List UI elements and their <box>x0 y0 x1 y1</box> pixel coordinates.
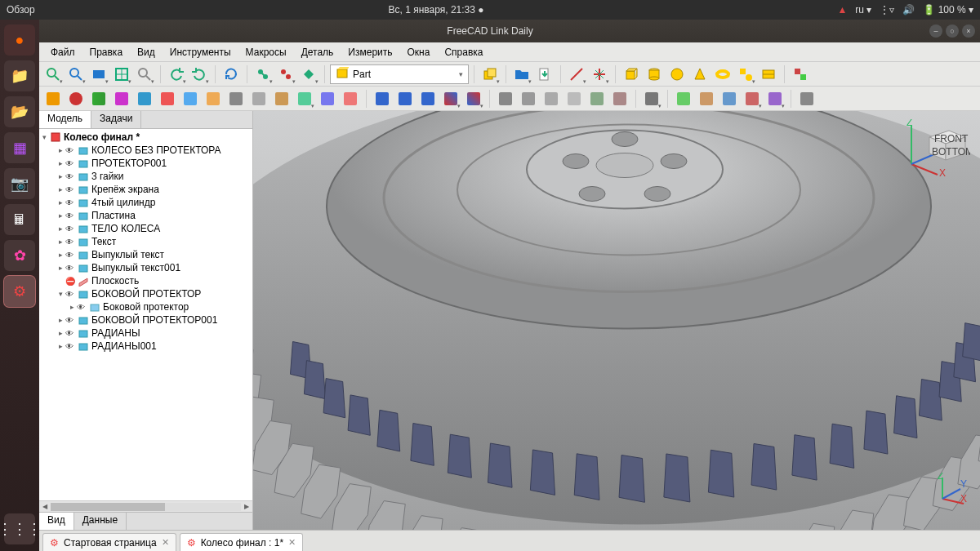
refresh-icon[interactable] <box>220 64 242 85</box>
sphere-icon[interactable] <box>666 64 688 85</box>
close-icon[interactable]: ✕ <box>288 537 296 548</box>
volume-icon[interactable]: 🔊 <box>902 4 915 16</box>
misc-icon[interactable] <box>796 88 817 109</box>
open-recent-icon[interactable] <box>511 64 532 85</box>
tree-item[interactable]: ▸👁КОЛЕСО БЕЗ ПРОТЕКТОРА <box>39 144 252 157</box>
tree-item[interactable]: ▸👁4тый цилиндр <box>39 196 252 209</box>
launcher-firefox[interactable]: ● <box>4 24 35 56</box>
zoom-fit-icon[interactable] <box>42 64 64 85</box>
tree-item[interactable]: ▸👁РАДИАНЫ <box>39 327 252 340</box>
offset2d-icon[interactable] <box>294 88 315 109</box>
menu-part[interactable]: Деталь <box>295 45 341 60</box>
launcher-files[interactable]: 📁 <box>4 60 35 91</box>
menu-windows[interactable]: Окна <box>401 45 437 60</box>
launcher-freecad[interactable]: ⚙ <box>4 276 35 307</box>
tree-item[interactable]: ▸👁3 гайки <box>39 170 252 183</box>
extrude-icon[interactable] <box>42 88 64 109</box>
activities-button[interactable]: Обзор <box>7 4 35 16</box>
sweep-icon[interactable] <box>203 88 224 109</box>
navigation-cube[interactable]: Z X Y FRONT BOTTOM <box>905 119 970 176</box>
attach-icon[interactable] <box>719 88 740 109</box>
keyboard-layout[interactable]: ru ▾ <box>855 4 871 16</box>
tree-item[interactable]: ▾👁БОКОВОЙ ПРОТЕКТОР <box>39 287 252 300</box>
make-compound-icon[interactable] <box>479 64 501 85</box>
link-make-icon[interactable] <box>252 64 274 85</box>
menu-file[interactable]: Файл <box>44 45 82 60</box>
model-tree[interactable]: ▾Колесо финал *▸👁КОЛЕСО БЕЗ ПРОТЕКТОРА▸👁… <box>39 129 252 500</box>
clock[interactable]: Вс, 1 января, 21:33 ● <box>35 4 838 16</box>
tree-item[interactable]: ▸👁БОКОВОЙ ПРОТЕКТОР001 <box>39 313 252 327</box>
menu-macros[interactable]: Макросы <box>239 45 293 60</box>
tree-item[interactable]: ▸👁Крепёж экрана <box>39 183 252 196</box>
thickness-icon[interactable] <box>317 88 338 109</box>
tree-hscroll[interactable]: ◀▶ <box>39 500 252 512</box>
tree-item[interactable]: ▸👁Выпуклый текст001 <box>39 261 252 274</box>
battery-indicator[interactable]: 🔋 100 % ▾ <box>923 4 973 16</box>
network-icon[interactable]: ⋮▿ <box>880 4 894 16</box>
doc-tab[interactable]: ⚙Стартовая страница✕ <box>42 533 176 551</box>
export-icon[interactable] <box>534 64 555 85</box>
tab-view[interactable]: Вид <box>39 513 74 530</box>
launcher-app2[interactable]: ✿ <box>4 240 35 271</box>
cylinder-icon[interactable] <box>644 64 665 85</box>
bool-frag-icon[interactable] <box>463 88 484 109</box>
primitives-icon[interactable] <box>735 64 756 85</box>
launcher-app1[interactable]: ▦ <box>4 132 35 163</box>
ruled-icon[interactable] <box>157 88 178 109</box>
axis-icon[interactable] <box>566 64 587 85</box>
section-icon[interactable] <box>225 88 247 109</box>
menu-measure[interactable]: Измерить <box>341 45 399 60</box>
tab-model[interactable]: Модель <box>39 111 91 128</box>
launcher-apps-grid[interactable]: ⋮⋮⋮ <box>4 513 35 544</box>
draw-style-icon[interactable] <box>88 64 109 85</box>
loft-icon[interactable] <box>180 88 201 109</box>
comp2-icon[interactable] <box>586 88 608 109</box>
revolve-icon[interactable] <box>65 88 87 109</box>
measure-icon[interactable] <box>134 64 155 85</box>
datum-icon[interactable] <box>589 64 610 85</box>
tree-item[interactable]: ⛔Плоскость <box>39 274 252 287</box>
maximize-button[interactable]: ○ <box>946 24 959 38</box>
comp-icon[interactable] <box>564 88 585 109</box>
workbench-selector[interactable]: Part <box>330 64 469 84</box>
appearance-icon[interactable] <box>764 88 786 109</box>
doc-tab[interactable]: ⚙Колесо финал : 1*✕ <box>180 533 303 551</box>
menu-help[interactable]: Справка <box>438 45 489 60</box>
tab-tasks[interactable]: Задачи <box>91 111 141 128</box>
cube-icon[interactable] <box>621 64 642 85</box>
tree-item[interactable]: ▸👁ТЕЛО КОЛЕСА <box>39 222 252 235</box>
bool-common-icon[interactable] <box>417 88 439 109</box>
check-geometry-icon[interactable] <box>790 64 811 85</box>
close-icon[interactable]: ✕ <box>162 537 169 548</box>
tab-data[interactable]: Данные <box>74 513 127 530</box>
tree-item[interactable]: ▸👁ПРОТЕКТОР001 <box>39 157 252 170</box>
color-icon[interactable] <box>742 88 763 109</box>
bounding-box-icon[interactable] <box>111 64 132 85</box>
chamfer-icon[interactable] <box>134 88 155 109</box>
menu-edit[interactable]: Правка <box>83 45 130 60</box>
tree-item[interactable]: ▸👁Боковой протектор <box>39 300 252 313</box>
launcher-screenshot[interactable]: 📷 <box>4 168 35 199</box>
link-actions-icon[interactable] <box>275 64 296 85</box>
3d-viewport[interactable]: Z X Y FRONT BOTTOM Z X Y <box>253 111 980 530</box>
tree-item[interactable]: ▸👁Пластина <box>39 209 252 222</box>
undo-icon[interactable] <box>166 64 187 85</box>
zoom-select-icon[interactable] <box>65 64 87 85</box>
shell-icon[interactable] <box>518 88 539 109</box>
cone-icon[interactable] <box>689 64 710 85</box>
tree-root[interactable]: ▾Колесо финал * <box>39 131 252 144</box>
refine-icon[interactable] <box>673 88 694 109</box>
torus-icon[interactable] <box>712 64 733 85</box>
bool-union-icon[interactable] <box>394 88 416 109</box>
minimize-button[interactable]: – <box>929 24 942 38</box>
shapebuilder-icon[interactable] <box>758 64 779 85</box>
proj-icon[interactable] <box>340 88 361 109</box>
bool-split-icon[interactable] <box>440 88 461 109</box>
menu-tools[interactable]: Инструменты <box>163 45 238 60</box>
defeaturing-icon[interactable] <box>696 88 717 109</box>
tree-item[interactable]: ▸👁РАДИАНЫ001 <box>39 340 252 353</box>
redo-icon[interactable] <box>189 64 210 85</box>
fillet-icon[interactable] <box>111 88 132 109</box>
tree-item[interactable]: ▸👁Текст <box>39 235 252 248</box>
mirror-icon[interactable] <box>88 88 109 109</box>
